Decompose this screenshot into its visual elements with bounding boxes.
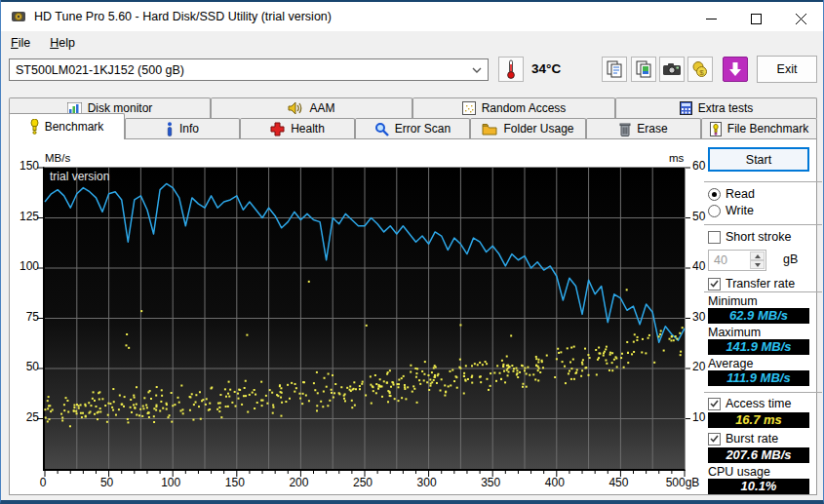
tab-random-access[interactable]: Random Access xyxy=(412,97,615,118)
close-icon xyxy=(796,14,806,24)
axis-tick-label: 400 xyxy=(545,476,565,489)
tab-aam-label: AAM xyxy=(309,101,334,115)
short-stroke-checkbox[interactable] xyxy=(708,231,721,244)
file-benchmark-icon xyxy=(710,122,722,136)
maximum-value: 141.9 MB/s xyxy=(708,339,809,355)
axis-tick-label: 125 xyxy=(10,210,39,223)
maximum-label: Maximum xyxy=(708,326,761,339)
window-title: HD Tune Pro 5.60 - Hard Disk/SSD Utility… xyxy=(34,10,332,23)
tab-aam[interactable]: AAM xyxy=(211,97,412,118)
axis-tick-label: 40 xyxy=(692,259,705,273)
temperature-button[interactable] xyxy=(498,57,524,82)
tab-erase[interactable]: Erase xyxy=(586,118,701,138)
burst-rate-value: 207.6 MB/s xyxy=(708,447,809,463)
axis-tick-label: 10 xyxy=(692,410,705,424)
cpu-usage-label: CPU usage xyxy=(708,465,770,479)
copy-image-button[interactable] xyxy=(631,57,656,82)
menubar: File Help xyxy=(1,31,823,54)
short-stroke-unit: gB xyxy=(783,252,798,266)
average-label: Average xyxy=(708,357,753,370)
separator xyxy=(704,181,822,182)
svg-text:$: $ xyxy=(699,68,704,77)
trial-watermark: trial version xyxy=(50,170,109,183)
maximize-button[interactable] xyxy=(733,4,778,33)
thermometer-icon xyxy=(506,59,516,79)
titlebar: HD Tune Pro 5.60 - Hard Disk/SSD Utility… xyxy=(1,0,823,31)
screenshot-button[interactable] xyxy=(659,57,685,82)
minimum-label: Minimum xyxy=(708,294,758,308)
read-label: Read xyxy=(726,187,755,201)
axis-tick-label: 50 xyxy=(692,210,705,223)
read-radio[interactable]: Read xyxy=(708,187,755,201)
axis-tick-label: 25 xyxy=(10,410,39,424)
start-label: Start xyxy=(746,153,771,167)
tab-folder-usage[interactable]: Folder Usage xyxy=(470,118,586,138)
access-time-label: Access time xyxy=(726,397,791,410)
axis-tick-label: 50 xyxy=(100,476,113,489)
drive-select[interactable]: ST500LM021-1KJ152 (500 gB) xyxy=(9,58,489,81)
download-update-button[interactable] xyxy=(723,57,748,82)
tab-benchmark-label: Benchmark xyxy=(45,120,104,134)
axis-tick-label: 30 xyxy=(692,310,705,324)
tab-error-scan[interactable]: Error Scan xyxy=(355,118,470,138)
minimize-button[interactable] xyxy=(688,4,733,33)
transfer-rate-label: Transfer rate xyxy=(726,277,795,291)
right-axis-title: ms xyxy=(669,152,684,164)
tab-health[interactable]: Health xyxy=(240,118,355,138)
spin-down-button[interactable] xyxy=(750,260,765,269)
short-stroke-checkbox-row[interactable]: Short stroke xyxy=(708,230,791,244)
read-radio-circle[interactable] xyxy=(708,188,721,201)
burst-rate-label: Burst rate xyxy=(726,432,778,446)
short-stroke-size-input[interactable]: 40 xyxy=(708,250,766,271)
tab-info[interactable]: Info xyxy=(125,118,240,138)
access-time-checkbox-row[interactable]: Access time xyxy=(708,397,791,410)
write-label: Write xyxy=(726,204,754,217)
info-icon xyxy=(166,122,174,136)
menu-help[interactable]: Help xyxy=(40,33,85,53)
access-time-checkbox[interactable] xyxy=(708,398,721,410)
axis-tick-label: 0 xyxy=(40,476,47,489)
extra-tests-icon xyxy=(680,101,692,115)
drive-select-value: ST500LM021-1KJ152 (500 gB) xyxy=(16,63,184,77)
transfer-rate-checkbox[interactable] xyxy=(708,278,721,291)
copy-text-button[interactable] xyxy=(602,57,627,82)
arrow-down-icon xyxy=(755,263,761,267)
copy-text-icon xyxy=(606,60,623,78)
tab-extra-tests[interactable]: Extra tests xyxy=(615,97,817,118)
axis-tick-label: 50 xyxy=(10,360,39,373)
chevron-down-icon xyxy=(472,67,482,73)
average-value: 111.9 MB/s xyxy=(708,370,809,386)
tab-file-benchmark[interactable]: File Benchmark xyxy=(701,118,817,138)
close-button[interactable] xyxy=(778,4,823,33)
benchmark-page: MB/s ms trial version 150125100755025 60… xyxy=(9,138,817,495)
separator xyxy=(704,392,822,393)
menu-file[interactable]: File xyxy=(1,33,40,53)
red-cross-icon xyxy=(270,122,285,136)
axis-tick-label: 150 xyxy=(10,159,39,173)
axis-tick-label: 200 xyxy=(289,476,308,489)
magnifier-icon xyxy=(374,122,389,136)
axis-tick-label: 150 xyxy=(225,476,245,489)
burst-rate-checkbox[interactable] xyxy=(708,433,721,446)
spin-up-button[interactable] xyxy=(750,252,765,260)
burst-rate-checkbox-row[interactable]: Burst rate xyxy=(708,432,778,446)
toolbar: ST500LM021-1KJ152 (500 gB) 34°C xyxy=(1,54,823,93)
axis-tick-label: 100 xyxy=(10,259,39,273)
temperature-value: 34°C xyxy=(531,61,561,76)
coins-icon: $ xyxy=(691,60,709,78)
write-radio[interactable]: Write xyxy=(708,204,754,217)
axis-tick-label: 450 xyxy=(608,476,628,489)
axis-tick-label: 60 xyxy=(692,159,705,173)
transfer-rate-checkbox-row[interactable]: Transfer rate xyxy=(708,277,795,291)
tab-health-label: Health xyxy=(291,122,325,136)
exit-button[interactable]: Exit xyxy=(757,56,817,83)
tab-benchmark[interactable]: Benchmark xyxy=(9,113,125,139)
tab-file-benchmark-label: File Benchmark xyxy=(727,122,808,136)
app-disk-icon xyxy=(11,9,26,24)
buy-button[interactable]: $ xyxy=(687,57,713,82)
write-radio-circle[interactable] xyxy=(708,205,721,217)
start-button[interactable]: Start xyxy=(708,147,809,172)
arrow-up-icon xyxy=(755,254,761,258)
cpu-usage-value: 10.1% xyxy=(708,479,809,494)
download-arrow-icon xyxy=(728,61,742,77)
